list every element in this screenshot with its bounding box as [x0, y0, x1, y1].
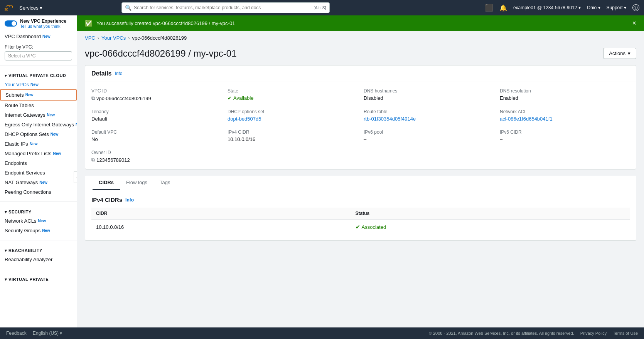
- cidr-value: 10.10.0.0/16: [91, 220, 351, 234]
- virtual-private-section-header: ▾ VIRTUAL PRIVATE: [0, 274, 77, 284]
- breadcrumb: VPC › Your VPCs › vpc-066dcccf4d8026199: [77, 31, 644, 45]
- sidebar-item-elastic-ips[interactable]: Elastic IPs New: [0, 139, 77, 149]
- sidebar-item-reachability-analyzer[interactable]: Reachability Analyzer: [0, 255, 77, 264]
- sidebar-item-egress-gateways[interactable]: Egress Only Internet Gateways New: [0, 120, 77, 129]
- details-title: Details: [91, 70, 111, 77]
- cidrs-table-header: CIDR Status: [91, 208, 630, 220]
- aws-logo[interactable]: aws: [5, 4, 16, 12]
- state-check-icon: ✔: [228, 95, 232, 101]
- success-banner: ✅ You successfully created vpc-066dcccf4…: [77, 15, 644, 31]
- sidebar: ‹ New VPC Experience Tell us what you th…: [0, 15, 77, 339]
- sidebar-item-peering-connections[interactable]: Peering Connections: [0, 187, 77, 197]
- global-search[interactable]: 🔍 [Alt+S]: [121, 2, 330, 13]
- sidebar-item-managed-prefix-lists[interactable]: Managed Prefix Lists New: [0, 149, 77, 158]
- sidebar-item-vpc-dashboard[interactable]: VPC Dashboard New: [0, 32, 77, 41]
- copy-icon-vpc[interactable]: ⧉: [91, 95, 95, 101]
- vpc-section-header: ▾ VIRTUAL PRIVATE CLOUD: [0, 70, 77, 80]
- reachability-section-header: ▾ REACHABILITY: [0, 245, 77, 255]
- actions-button[interactable]: Actions ▾: [603, 48, 636, 59]
- sidebar-filter: Filter by VPC:: [0, 41, 77, 64]
- col-status: Status: [351, 208, 630, 220]
- services-label: Services: [19, 5, 39, 11]
- details-card: Details Info VPC ID ⧉ vpc-066dcccf4d8026…: [85, 65, 636, 170]
- copy-icon-owner[interactable]: ⧉: [91, 157, 95, 163]
- bottom-right: © 2008 - 2021, Amazon Web Services, Inc.…: [429, 331, 638, 336]
- svg-text:aws: aws: [5, 9, 8, 11]
- cidrs-section: IPv4 CIDRs Info CIDR Status 10.10.0.0/16: [85, 190, 636, 241]
- top-navigation: aws Services ▾ 🔍 [Alt+S] ⬛ 🔔 example01 @…: [0, 0, 644, 15]
- sidebar-item-your-vpcs[interactable]: Your VPCs New: [0, 80, 77, 89]
- cidrs-table-body: 10.10.0.0/16 ✔ Associated: [91, 220, 630, 234]
- details-info-link[interactable]: Info: [115, 71, 122, 76]
- services-button[interactable]: Services ▾: [19, 5, 42, 11]
- detail-default-vpc: Default VPC No: [91, 129, 221, 142]
- details-card-header: Details Info: [85, 65, 636, 82]
- sidebar-item-subnets[interactable]: Subnets New: [0, 89, 77, 101]
- security-section-header: ▾ SECURITY: [0, 206, 77, 216]
- sidebar-item-endpoints[interactable]: Endpoints: [0, 158, 77, 168]
- terms-of-use-link[interactable]: Terms of Use: [613, 331, 638, 336]
- feedback-button[interactable]: Feedback: [6, 331, 27, 336]
- language-button[interactable]: English (US) ▾: [33, 331, 62, 336]
- search-icon: 🔍: [125, 5, 131, 11]
- detail-dns-hostnames: DNS hostnames Disabled: [364, 88, 494, 101]
- breadcrumb-your-vpcs[interactable]: Your VPCs: [101, 35, 126, 41]
- table-row: 10.10.0.0/16 ✔ Associated: [91, 220, 630, 234]
- breadcrumb-current: vpc-066dcccf4d8026199: [132, 35, 187, 41]
- cidrs-info-link[interactable]: Info: [125, 197, 134, 203]
- sidebar-item-dhcp-options[interactable]: DHCP Options Sets New: [0, 129, 77, 139]
- tab-tags[interactable]: Tags: [153, 176, 176, 190]
- detail-tenancy: Tenancy Default: [91, 109, 221, 122]
- main-content: ✅ You successfully created vpc-066dcccf4…: [77, 15, 644, 339]
- tabs-bar: CIDRs Flow logs Tags: [85, 176, 636, 190]
- breadcrumb-vpc[interactable]: VPC: [85, 35, 95, 41]
- detail-network-acl: Network ACL acl-086e1f6d654b041f1: [500, 109, 630, 122]
- dhcp-link[interactable]: dopt-bed507d5: [228, 116, 261, 122]
- services-chevron: ▾: [40, 5, 42, 11]
- security-section: ▾ SECURITY Network ACLs New Security Gro…: [0, 203, 77, 238]
- sidebar-item-security-groups[interactable]: Security Groups New: [0, 226, 77, 235]
- details-grid: VPC ID ⧉ vpc-066dcccf4d8026199 State ✔ A…: [85, 82, 636, 169]
- tell-us-link[interactable]: Tell us what you think: [20, 24, 66, 29]
- page-header: vpc-066dcccf4d8026199 / my-vpc-01 Action…: [77, 45, 644, 65]
- search-input[interactable]: [134, 5, 314, 10]
- virtual-private-section: ▾ VIRTUAL PRIVATE: [0, 271, 77, 287]
- detail-route-table: Route table rtb-01f30354d05f4914e: [364, 109, 494, 122]
- toggle-switch[interactable]: [5, 20, 17, 27]
- nav-right: ⬛ 🔔 example01 @ 1234-5678-9012 ▾ Ohio ▾ …: [485, 3, 639, 12]
- info-icon[interactable]: ⓘ: [632, 4, 639, 11]
- sidebar-toggle[interactable]: ‹: [74, 171, 77, 183]
- detail-state: State ✔ Available: [228, 88, 357, 101]
- sidebar-item-network-acls[interactable]: Network ACLs New: [0, 216, 77, 226]
- cidrs-section-title: IPv4 CIDRs Info: [91, 196, 630, 203]
- privacy-policy-link[interactable]: Privacy Policy: [580, 331, 607, 336]
- support-menu[interactable]: Support ▾: [607, 5, 626, 10]
- tab-cidrs[interactable]: CIDRs: [93, 176, 120, 190]
- vpc-experience-toggle: New VPC Experience Tell us what you thin…: [0, 15, 77, 32]
- region-menu[interactable]: Ohio ▾: [587, 5, 600, 10]
- bottom-left: Feedback English (US) ▾: [6, 331, 62, 336]
- account-menu[interactable]: example01 @ 1234-5678-9012 ▾: [513, 5, 581, 10]
- network-acl-link[interactable]: acl-086e1f6d654b041f1: [500, 116, 553, 122]
- success-icon: ✅: [85, 20, 93, 27]
- detail-ipv6-pool: IPv6 pool –: [364, 129, 494, 142]
- sidebar-item-route-tables[interactable]: Route Tables: [0, 101, 77, 110]
- cidrs-table: CIDR Status 10.10.0.0/16 ✔ Associated: [91, 208, 630, 234]
- banner-message: You successfully created vpc-066dcccf4d8…: [96, 20, 235, 26]
- route-table-link[interactable]: rtb-01f30354d05f4914e: [364, 116, 416, 122]
- cidr-status: ✔ Associated: [351, 220, 630, 234]
- sidebar-item-nat-gateways[interactable]: NAT Gateways New: [0, 178, 77, 187]
- associated-icon: ✔: [356, 224, 360, 230]
- page-title: vpc-066dcccf4d8026199 / my-vpc-01: [85, 48, 237, 59]
- sidebar-item-internet-gateways[interactable]: Internet Gateways New: [0, 110, 77, 120]
- sidebar-item-endpoint-services[interactable]: Endpoint Services: [0, 168, 77, 178]
- tab-flow-logs[interactable]: Flow logs: [120, 176, 153, 190]
- vpc-filter-input[interactable]: [5, 51, 72, 60]
- actions-chevron: ▾: [628, 50, 631, 56]
- state-available: ✔ Available: [228, 95, 254, 101]
- detail-owner-id: Owner ID ⧉ 123456789012: [91, 150, 221, 163]
- filter-label: Filter by VPC:: [5, 44, 72, 50]
- banner-close-button[interactable]: ×: [632, 19, 636, 27]
- terminal-icon[interactable]: ⬛: [485, 3, 493, 12]
- bell-icon[interactable]: 🔔: [499, 4, 507, 12]
